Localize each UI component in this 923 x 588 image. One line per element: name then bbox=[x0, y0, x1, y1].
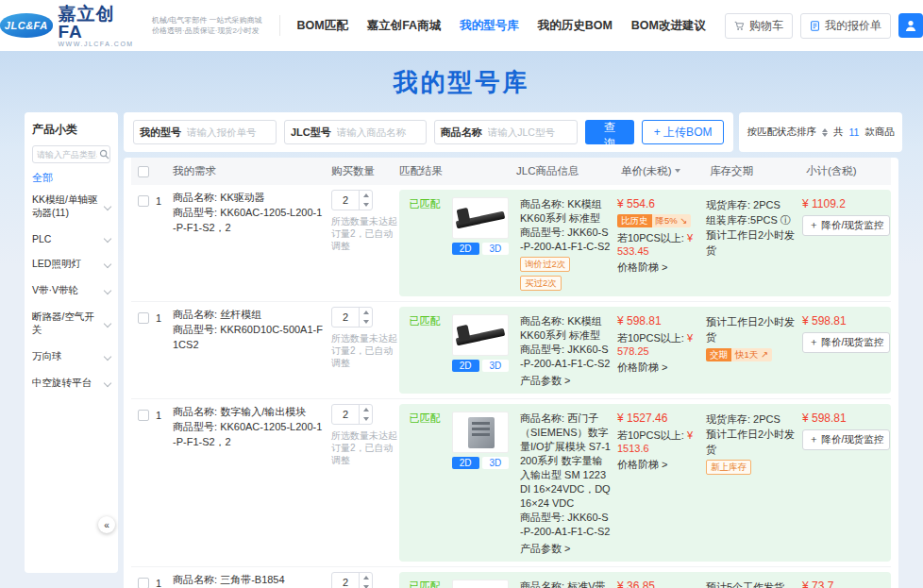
category-search-input[interactable] bbox=[37, 150, 97, 160]
search-icon bbox=[99, 149, 109, 160]
header-jlc: JLC商品信息 bbox=[511, 164, 621, 178]
search-button[interactable]: 查询 bbox=[585, 120, 634, 144]
quantity-cell: 2 所选数量未达起订量2，已自动调整 bbox=[331, 307, 399, 394]
sidebar-collapse-button[interactable]: « bbox=[98, 516, 115, 533]
my-demand-cell: 商品名称: 数字输入/输出模块 商品型号: KK60AC-1205-L200-1… bbox=[173, 404, 331, 562]
matched-section: 已匹配 2D 3D 商品名称: 标准V带 B型 商品型号: CVDB-1854 bbox=[399, 572, 891, 588]
jlc-product-name: 西门子（SIEMENS）数字量I/O扩展模块 S7-1200系列 数字量输入输出… bbox=[520, 412, 611, 509]
tagline-line1: 机械/电气零部件 一站式采购商城 bbox=[152, 15, 261, 25]
product-media-cell: 2D 3D bbox=[446, 412, 514, 469]
quantity-down-icon[interactable] bbox=[360, 582, 372, 588]
stock-delivery-cell: 预计5个工作发货 bbox=[706, 580, 802, 588]
sidebar-category-item[interactable]: KK模组/单轴驱动器(11) bbox=[32, 187, 110, 227]
upload-bom-button[interactable]: + 上传BOM bbox=[642, 120, 725, 144]
filter-field-input[interactable] bbox=[337, 126, 420, 138]
quantity-up-icon[interactable] bbox=[360, 405, 372, 414]
header-need: 我的需求 bbox=[173, 164, 331, 178]
stock-line: 预计工作日2小时发货 bbox=[706, 227, 798, 258]
nav-menu-item[interactable]: 我的型号库 bbox=[460, 18, 519, 34]
price-ladder-link[interactable]: 价格阶梯 > bbox=[617, 260, 667, 275]
sidebar-category-label: LED照明灯 bbox=[32, 258, 81, 271]
quantity-down-icon[interactable] bbox=[360, 414, 372, 424]
demand-name: 数字输入/输出模块 bbox=[220, 406, 306, 417]
row-checkbox[interactable] bbox=[138, 312, 149, 324]
nav-menu-item[interactable]: BOM改进建议 bbox=[631, 18, 706, 34]
quantity-down-icon[interactable] bbox=[360, 317, 372, 327]
cart-button[interactable]: 购物车 bbox=[725, 13, 793, 39]
sidebar-category-item[interactable]: PLC bbox=[32, 227, 110, 251]
category-search[interactable] bbox=[32, 145, 110, 163]
header-qty: 购买数量 bbox=[331, 164, 399, 178]
sidebar-category-item[interactable]: 断路器/空气开关 bbox=[32, 304, 110, 344]
filter-field-input[interactable] bbox=[488, 126, 571, 138]
nav-menu-item[interactable]: BOM匹配 bbox=[297, 18, 348, 34]
sidebar-category-item[interactable]: LED照明灯 bbox=[32, 251, 110, 277]
chevron-down-icon bbox=[104, 260, 111, 268]
view-3d-button[interactable]: 3D bbox=[482, 360, 510, 372]
sort-label[interactable]: 按匹配状态排序 bbox=[747, 126, 816, 139]
filter-field: 我的型号 bbox=[133, 120, 277, 144]
stock-delivery-cell: 现货库存: 2PCS 组装库存:5PCS ⓘ 预计工作日2小时发货 bbox=[706, 197, 802, 258]
product-image[interactable] bbox=[452, 197, 509, 239]
quantity-value[interactable]: 2 bbox=[332, 573, 359, 588]
sidebar-category-item[interactable]: 万向球 bbox=[32, 344, 110, 370]
matched-section: 已匹配 2D 3D 商品名称: 西门子（SIEMENS）数字量I/O扩展模块 S… bbox=[399, 404, 891, 562]
sidebar-category-label: V带·V带轮 bbox=[32, 284, 78, 297]
quote-doc-icon bbox=[810, 21, 820, 31]
product-image[interactable] bbox=[452, 412, 509, 453]
quantity-value[interactable]: 2 bbox=[332, 308, 359, 327]
price-monitor-button[interactable]: ＋ 降价/现货监控 bbox=[802, 429, 890, 450]
nav-menu-item[interactable]: 嘉立创FA商城 bbox=[367, 18, 441, 34]
quantity-stepper[interactable]: 2 bbox=[331, 404, 373, 425]
price-ladder-link[interactable]: 价格阶梯 > bbox=[617, 361, 667, 375]
user-account-button[interactable] bbox=[898, 13, 923, 38]
table-row: 1 商品名称: 数字输入/输出模块 商品型号: KK60AC-1205-L200… bbox=[131, 398, 891, 566]
view-2d-button[interactable]: 2D bbox=[452, 360, 479, 372]
jlc-product-cell: 商品名称: KK模组 KK60系列 标准型 商品型号: JKK60-S-P-20… bbox=[514, 314, 617, 388]
price-monitor-button[interactable]: ＋ 降价/现货监控 bbox=[802, 215, 890, 236]
view-2d-button[interactable]: 2D bbox=[452, 457, 479, 469]
filter-field-input[interactable] bbox=[187, 126, 270, 138]
header-price[interactable]: 单价(未税) bbox=[621, 164, 710, 178]
quantity-value[interactable]: 2 bbox=[332, 191, 359, 210]
row-checkbox[interactable] bbox=[138, 578, 149, 588]
row-index: 1 bbox=[156, 404, 173, 562]
view-3d-button[interactable]: 3D bbox=[482, 243, 510, 255]
product-image[interactable] bbox=[452, 314, 509, 356]
row-checkbox[interactable] bbox=[138, 195, 149, 207]
quantity-up-icon[interactable] bbox=[360, 573, 372, 582]
quantity-up-icon[interactable] bbox=[360, 191, 372, 200]
chevron-down-icon bbox=[104, 353, 111, 361]
page-title: 我的型号库 bbox=[0, 51, 923, 112]
price-monitor-button[interactable]: ＋ 降价/现货监控 bbox=[802, 332, 890, 353]
brand-logo[interactable]: JLC&FA 嘉立创FA WWW.JLCFA.COM bbox=[0, 5, 139, 47]
sidebar-category-item[interactable]: V带·V带轮 bbox=[32, 277, 110, 304]
page-background: 我的型号库 产品小类 全部 KK模组/单轴驱动器(11) PLC LED照明灯 … bbox=[0, 51, 923, 588]
price-ladder-link[interactable]: 价格阶梯 > bbox=[617, 458, 667, 472]
view-2d-button[interactable]: 2D bbox=[452, 243, 479, 255]
quantity-stepper[interactable]: 2 bbox=[331, 572, 373, 588]
my-demand-cell: 商品名称: 三角带-B1854 商品型号: bbox=[173, 572, 331, 588]
quote-button[interactable]: 我的报价单 bbox=[800, 13, 891, 39]
table-row: 1 商品名称: 三角带-B1854 商品型号: 2 已匹配 2D 3D bbox=[131, 566, 891, 588]
select-all-checkbox[interactable] bbox=[138, 166, 149, 177]
quantity-down-icon[interactable] bbox=[360, 200, 372, 210]
quantity-stepper[interactable]: 2 bbox=[331, 190, 373, 210]
quantity-stepper[interactable]: 2 bbox=[331, 307, 373, 328]
chevron-down-icon bbox=[104, 203, 111, 210]
product-params-link[interactable]: 产品参数 > bbox=[520, 374, 570, 388]
subtotal-price: ¥ 598.81 bbox=[802, 314, 887, 328]
sidebar-category-item[interactable]: 中空旋转平台 bbox=[32, 370, 110, 396]
quantity-up-icon[interactable] bbox=[360, 308, 372, 317]
quantity-cell: 2 所选数量未达起订量2，已自动调整 bbox=[331, 404, 399, 562]
sidebar-item-all[interactable]: 全部 bbox=[32, 171, 110, 185]
quantity-value[interactable]: 2 bbox=[332, 405, 359, 424]
product-image[interactable] bbox=[452, 580, 509, 588]
row-checkbox[interactable] bbox=[138, 410, 149, 421]
nav-menu-item[interactable]: 我的历史BOM bbox=[538, 18, 613, 34]
table-row: 1 商品名称: KK驱动器 商品型号: KK60AC-1205-L200-1-P… bbox=[131, 185, 891, 301]
sidebar-category-label: KK模组/单轴驱动器(11) bbox=[32, 193, 103, 220]
product-params-link[interactable]: 产品参数 > bbox=[520, 542, 570, 556]
sort-arrows-icon[interactable] bbox=[822, 128, 828, 137]
view-3d-button[interactable]: 3D bbox=[482, 457, 510, 469]
